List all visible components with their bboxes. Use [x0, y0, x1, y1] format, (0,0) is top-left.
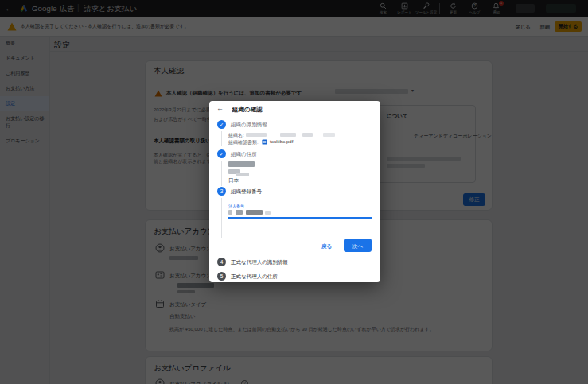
step4-number-icon: 4 [217, 258, 226, 266]
step1-check-icon: ✓ [217, 120, 226, 129]
step4-label: 正式な代理人の識別情報 [231, 259, 288, 266]
pdf-file-icon [262, 139, 267, 145]
redacted-org-name [302, 133, 313, 137]
org-doc-filename[interactable]: toukibo.pdf [270, 139, 293, 144]
organization-verification-dialog: ← 組織の確認 ✓ 組織の識別情報 組織名: 組織確認書類: toukibo.p… [209, 101, 380, 282]
redacted-org-name [280, 133, 296, 137]
stepper-connector [221, 131, 222, 146]
stepper-connector [221, 198, 222, 238]
dialog-title: 組織の確認 [232, 106, 263, 114]
step1-label: 組織の識別情報 [231, 122, 267, 129]
step5-number-icon: 5 [217, 272, 226, 281]
step3-label: 組織登録番号 [231, 188, 262, 196]
stepper-connector [221, 161, 222, 186]
org-name-label: 組織名: [228, 132, 244, 139]
redacted-address [228, 161, 255, 167]
step3-number-icon: 3 [217, 187, 226, 196]
org-doc-label: 組織確認書類: [228, 139, 259, 146]
redacted-org-name [323, 133, 335, 137]
input-underline [228, 217, 372, 219]
dialog-next-button[interactable]: 次へ [344, 239, 372, 252]
step5-label: 正式な代理人の住所 [231, 273, 278, 281]
dialog-back-button[interactable]: 戻る [321, 243, 332, 250]
step2-label: 組織の住所 [231, 151, 257, 158]
dialog-back-arrow-icon[interactable]: ← [216, 104, 224, 112]
country-value: 日本 [228, 177, 239, 184]
step2-check-icon: ✓ [217, 149, 226, 158]
redacted-address [236, 173, 249, 176]
redacted-org-name [246, 133, 267, 137]
